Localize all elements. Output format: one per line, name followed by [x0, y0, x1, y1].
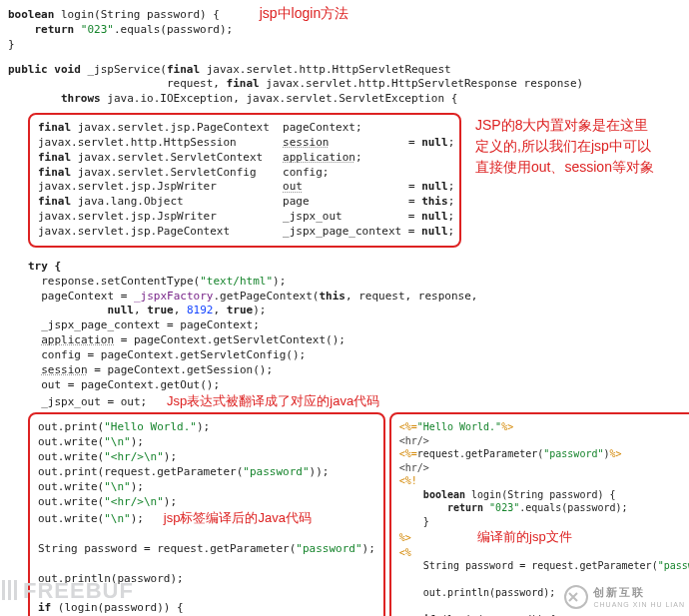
code-line: javax.servlet.http.HttpSession session =…	[38, 136, 451, 151]
code-line: javax.servlet.jsp.JspWriter _jspx_out = …	[38, 210, 451, 225]
code-line: out.write("<hr/>\n");	[38, 495, 375, 510]
code-line: <%!	[399, 474, 689, 488]
code-line: <%=request.getParameter("password")%>	[399, 447, 689, 461]
code-line	[38, 527, 375, 542]
code-line: application = pageContext.getServletCont…	[28, 333, 683, 348]
code-line: return "023".equals(password);	[399, 501, 689, 515]
annotation-line: 定义的,所以我们在jsp中可以	[475, 136, 689, 157]
code-line: final javax.servlet.ServletContext appli…	[38, 151, 451, 166]
code-line: return "023".equals(password);	[8, 23, 683, 38]
code-line: out.write("\n"); jsp标签编译后的Java代码	[38, 509, 375, 527]
code-line: }	[8, 38, 683, 53]
code-line: <hr/>	[399, 434, 689, 448]
code-line: <hr/>	[399, 461, 689, 475]
code-line: config = pageContext.getServletConfig();	[28, 348, 683, 363]
code-line: String password = request.getParameter("…	[399, 559, 689, 573]
watermark-freebuf: FREEBUF	[2, 576, 134, 606]
annotation-line: 直接使用out、session等对象	[475, 157, 689, 178]
code-line: _jspx_out = out; Jsp表达式被翻译成了对应的java代码	[28, 392, 683, 410]
box-jsp-builtins: final javax.servlet.jsp.PageContext page…	[28, 113, 461, 248]
code-line: out.write("\n");	[38, 480, 375, 495]
code-line: final javax.servlet.jsp.PageContext page…	[38, 121, 451, 136]
code-try-block: try { response.setContentType("text/html…	[28, 260, 683, 410]
code-line: final java.lang.Object page = this;	[38, 195, 451, 210]
code-login-block: boolean login(String password) { jsp中log…	[8, 4, 683, 53]
watermark-en: CHUANG XIN HU LIAN	[593, 600, 685, 609]
code-line	[38, 557, 375, 572]
annotation-jsp-login: jsp中login方法	[260, 5, 348, 21]
code-line: throws java.io.IOException, javax.servle…	[8, 92, 683, 107]
annotation-expression: Jsp表达式被翻译成了对应的java代码	[167, 393, 379, 408]
annotation-builtins: JSP的8大内置对象是在这里 定义的,所以我们在jsp中可以 直接使用out、s…	[475, 115, 689, 178]
annotation-line: JSP的8大内置对象是在这里	[475, 115, 689, 136]
code-line: out = pageContext.getOut();	[28, 378, 683, 393]
code-line: try {	[28, 260, 683, 275]
code-line: pageContext = _jspxFactory.getPageContex…	[28, 290, 683, 305]
code-line: request, final javax.servlet.http.HttpSe…	[8, 77, 683, 92]
svg-point-0	[565, 586, 587, 608]
annotation-source-jsp: 编译前的jsp文件	[477, 529, 572, 544]
code-line: boolean login(String password) {	[399, 488, 689, 502]
watermark-cxhl: 创新互联 CHUANG XIN HU LIAN	[563, 584, 685, 610]
code-line: session = pageContext.getSession();	[28, 363, 683, 378]
code-line: out.print(request.getParameter("password…	[38, 465, 375, 480]
code-line: out.write("<hr/>\n");	[38, 450, 375, 465]
code-line: out.write("\n");	[38, 435, 375, 450]
code-line: String password = request.getParameter("…	[38, 542, 375, 557]
code-line: response.setContentType("text/html");	[28, 275, 683, 290]
watermark-cn: 创新互联	[593, 585, 685, 600]
code-jspservice-sig: public void _jspService(final javax.serv…	[8, 63, 683, 108]
logo-icon	[563, 584, 589, 610]
code-line: <%="Hello World."%>	[399, 420, 689, 434]
code-line: javax.servlet.jsp.JspWriter out = null;	[38, 180, 451, 195]
bars-icon	[2, 580, 17, 600]
code-line: _jspx_page_context = pageContext;	[28, 318, 683, 333]
code-line: null, true, 8192, true);	[28, 304, 683, 318]
annotation-compiled-java: jsp标签编译后的Java代码	[164, 510, 312, 525]
code-line: boolean login(String password) { jsp中log…	[8, 4, 683, 23]
code-line: javax.servlet.jsp.PageContext _jspx_page…	[38, 225, 451, 240]
code-line: }	[399, 515, 689, 529]
code-line: out.print("Hello World.");	[38, 420, 375, 435]
code-line: %> 编译前的jsp文件	[399, 528, 689, 546]
code-line: public void _jspService(final javax.serv…	[8, 63, 683, 78]
code-line: <%	[399, 546, 689, 560]
code-line: final javax.servlet.ServletConfig config…	[38, 166, 451, 181]
